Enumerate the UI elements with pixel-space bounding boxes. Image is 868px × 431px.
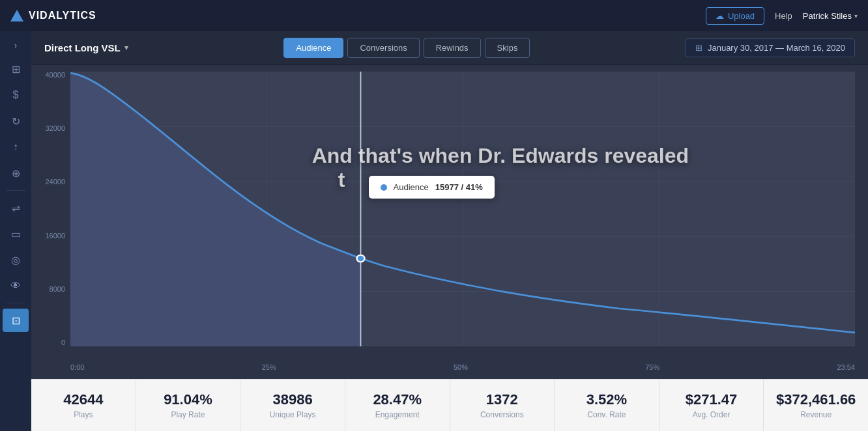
- stat-unique-plays-label: Unique Plays: [270, 410, 316, 419]
- stat-play-rate-label: Play Rate: [171, 410, 205, 419]
- sidebar-icons: › ⊞ $ ↻ ↑ ⊕ ⇌ ▭ ◎ 👁 ⊡: [0, 31, 31, 431]
- user-menu[interactable]: Patrick Stiles ▾: [803, 11, 858, 21]
- y-label-24000: 24000: [31, 178, 65, 186]
- target-icon: ◎: [11, 254, 20, 266]
- tooltip-dot-icon: [381, 184, 387, 191]
- x-label-25: 25%: [262, 363, 276, 371]
- upload-cloud-icon: ☁: [716, 11, 724, 21]
- y-label-16000: 16000: [31, 232, 65, 240]
- sidebar-item-embed[interactable]: ⊡: [3, 309, 29, 332]
- sidebar-item-mobile[interactable]: ▭: [3, 222, 29, 245]
- content-area: Direct Long VSL ▾ Audience Conversions R…: [31, 31, 868, 431]
- help-link[interactable]: Help: [775, 11, 792, 21]
- stat-conversions-label: Conversions: [480, 410, 524, 419]
- tab-skips[interactable]: Skips: [485, 38, 530, 58]
- stat-unique-plays-value: 38986: [272, 391, 312, 408]
- mobile-icon: ▭: [11, 228, 21, 240]
- svg-point-11: [356, 255, 364, 262]
- stat-conversions-value: 1372: [486, 391, 518, 408]
- audience-chart-svg: [70, 72, 855, 346]
- tab-audience[interactable]: Audience: [283, 38, 343, 58]
- upload-arrow-icon: ↑: [13, 141, 18, 153]
- sidebar-divider-2: [6, 303, 25, 303]
- sidebar-item-target[interactable]: ◎: [3, 248, 29, 271]
- analytics-icon: ⊞: [12, 63, 20, 76]
- eye-icon: 👁: [10, 280, 21, 292]
- y-axis: 40000 32000 24000 16000 8000 0: [31, 72, 69, 346]
- video-title[interactable]: Direct Long VSL ▾: [44, 42, 128, 53]
- stat-plays-label: Plays: [74, 410, 93, 419]
- x-label-50: 50%: [454, 363, 468, 371]
- tab-conversions[interactable]: Conversions: [347, 38, 419, 58]
- sidebar-item-eye[interactable]: 👁: [3, 274, 29, 298]
- x-label-end: 23:54: [837, 363, 855, 371]
- logo-icon: [10, 10, 23, 21]
- stats-bar: 42644 Plays 91.04% Play Rate 38986 Uniqu…: [31, 379, 868, 431]
- navbar-right: ☁ Upload Help Patrick Stiles ▾: [706, 7, 858, 25]
- chart-inner: And that's when Dr. Edwards revealed t A…: [70, 72, 855, 346]
- sidebar-item-upload[interactable]: ↑: [3, 135, 29, 159]
- logo-triangle-icon: [10, 10, 23, 21]
- calendar-icon: ⊞: [695, 43, 702, 53]
- video-title-chevron-icon: ▾: [124, 44, 128, 52]
- main-layout: › ⊞ $ ↻ ↑ ⊕ ⇌ ▭ ◎ 👁 ⊡: [0, 31, 868, 431]
- chart-container: 40000 32000 24000 16000 8000 0: [31, 65, 868, 379]
- stat-conv-rate-value: 3.52%: [586, 391, 627, 408]
- sidebar-collapse-button[interactable]: ›: [0, 36, 31, 55]
- sub-header: Direct Long VSL ▾ Audience Conversions R…: [31, 31, 868, 65]
- x-axis: 0:00 25% 50% 75% 23:54: [70, 363, 855, 371]
- stat-avg-order-label: Avg. Order: [693, 410, 731, 419]
- stat-revenue: $372,461.66 Revenue: [764, 380, 868, 431]
- date-range-picker[interactable]: ⊞ January 30, 2017 — March 16, 2020: [686, 38, 855, 57]
- sidebar-item-globe[interactable]: ⊕: [3, 161, 29, 185]
- y-label-0: 0: [31, 339, 65, 346]
- stat-engagement-label: Engagement: [375, 410, 420, 419]
- dollar-circle-icon: $: [13, 89, 19, 101]
- sidebar-item-replay[interactable]: ↻: [3, 109, 29, 133]
- stat-conv-rate: 3.52% Conv. Rate: [555, 380, 659, 431]
- split-icon: ⇌: [12, 202, 20, 214]
- logo-area: VIDALYTICS: [10, 10, 96, 21]
- stat-conversions: 1372 Conversions: [450, 380, 555, 431]
- stat-engagement: 28.47% Engagement: [345, 380, 450, 431]
- navbar: VIDALYTICS ☁ Upload Help Patrick Stiles …: [0, 0, 868, 31]
- globe-icon: ⊕: [12, 167, 20, 180]
- sidebar-divider: [6, 190, 25, 191]
- stat-plays-value: 42644: [63, 391, 103, 408]
- chevron-down-icon: ▾: [854, 12, 858, 20]
- y-label-8000: 8000: [31, 286, 65, 293]
- stat-play-rate: 91.04% Play Rate: [136, 380, 241, 431]
- y-label-32000: 32000: [31, 125, 65, 132]
- sidebar-item-analytics[interactable]: ⊞: [3, 57, 29, 81]
- tab-group: Audience Conversions Rewinds Skips: [283, 38, 530, 58]
- chart-tooltip: Audience 15977 / 41%: [369, 176, 495, 199]
- stat-revenue-label: Revenue: [800, 410, 832, 419]
- stat-plays: 42644 Plays: [31, 380, 136, 431]
- stat-avg-order-value: $271.47: [686, 391, 738, 408]
- embed-icon: ⊡: [12, 314, 20, 327]
- logo-text: VIDALYTICS: [29, 10, 96, 21]
- y-label-40000: 40000: [31, 72, 65, 79]
- stat-conv-rate-label: Conv. Rate: [587, 410, 626, 419]
- stat-unique-plays: 38986 Unique Plays: [240, 380, 345, 431]
- stat-avg-order: $271.47 Avg. Order: [659, 380, 764, 431]
- x-label-75: 75%: [645, 363, 659, 371]
- upload-button[interactable]: ☁ Upload: [706, 7, 764, 25]
- tab-rewinds[interactable]: Rewinds: [424, 38, 481, 58]
- sidebar-item-split[interactable]: ⇌: [3, 196, 29, 219]
- replay-icon: ↻: [12, 115, 20, 128]
- sidebar-item-revenue[interactable]: $: [3, 83, 29, 107]
- stat-revenue-value: $372,461.66: [776, 391, 856, 408]
- x-label-start: 0:00: [70, 363, 84, 371]
- stat-engagement-value: 28.47%: [373, 391, 422, 408]
- stat-play-rate-value: 91.04%: [164, 391, 212, 408]
